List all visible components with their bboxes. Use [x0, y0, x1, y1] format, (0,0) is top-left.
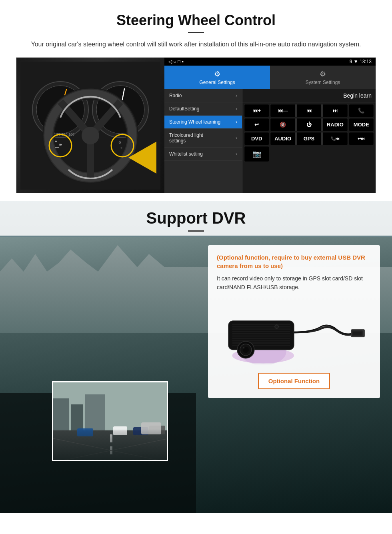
settings-icon: ⚙	[214, 70, 220, 78]
chevron-icon: ›	[236, 151, 237, 157]
svg-rect-27	[53, 430, 168, 461]
ctrl-camera[interactable]: 📷	[244, 146, 269, 162]
svg-rect-29	[110, 446, 112, 454]
svg-rect-44	[232, 333, 290, 334]
svg-rect-31	[113, 426, 127, 435]
svg-rect-40	[232, 324, 290, 325]
svg-rect-28	[110, 434, 112, 442]
svg-text:—: —	[55, 145, 59, 149]
tab-general[interactable]: ⚙ General Settings	[164, 66, 270, 89]
svg-rect-41	[232, 326, 290, 327]
svg-text:⏮: ⏮	[59, 143, 62, 146]
svg-rect-47	[232, 340, 290, 341]
menu-tricolour-label: Tricoloured lightsettings	[169, 132, 203, 144]
steering-demo-container: 0 40 80 120 160	[16, 57, 376, 193]
ctrl-gps[interactable]: GPS	[296, 132, 322, 145]
chevron-icon: ›	[236, 106, 237, 112]
ctrl-back[interactable]: ↩	[244, 118, 269, 131]
steering-wheel-section: Steering Wheel Control Your original car…	[0, 0, 392, 201]
svg-point-14	[82, 127, 99, 144]
svg-rect-43	[232, 331, 290, 332]
svg-rect-24	[53, 398, 69, 430]
svg-rect-56	[353, 332, 362, 335]
menu-steering-label: Steering Wheel learning	[169, 119, 220, 125]
ctrl-radio[interactable]: RADIO	[322, 118, 348, 131]
dvr-description: It can record video only to storage in G…	[217, 274, 371, 292]
dvr-divider	[188, 230, 204, 232]
begin-learn-row: Begin learn	[242, 89, 376, 102]
dvr-title: Support DVR	[0, 209, 392, 227]
ctrl-phone[interactable]: 📞	[349, 104, 374, 117]
svg-rect-46	[232, 338, 290, 339]
android-statusbar: ◁ ○ □ ▪ 9 ▼ 13:13	[164, 58, 376, 66]
ctrl-next[interactable]: ⏭	[322, 104, 348, 117]
dvr-info-card: (Optional function, require to buy exter…	[208, 245, 380, 398]
controls-grid: ⏮+ ⏮— ⏮ ⏭ 📞 ↩ 🔇 ⏻ RADIO MODE DVD AUDIO G…	[242, 102, 376, 164]
menu-item-radio[interactable]: Radio ›	[164, 89, 242, 102]
ctrl-audio[interactable]: AUDIO	[270, 132, 295, 145]
begin-learn-button[interactable]: Begin learn	[343, 92, 372, 99]
tab-system-label: System Settings	[306, 80, 340, 85]
title-divider	[188, 32, 204, 33]
ctrl-mute[interactable]: 🔇	[270, 118, 295, 131]
steering-wheel-photo: 0 40 80 120 160	[16, 58, 164, 193]
dvr-section: Support DVR	[0, 201, 392, 513]
chevron-icon: ›	[236, 93, 237, 98]
system-icon: ⚙	[320, 70, 326, 78]
ctrl-prev[interactable]: ⏮	[296, 104, 322, 117]
svg-text:○: ○	[120, 146, 122, 150]
status-time: 9 ▼ 13:13	[350, 59, 372, 64]
ctrl-vol-up[interactable]: ⏮+	[244, 104, 269, 117]
menu-item-default[interactable]: DefaultSetting ›	[164, 102, 242, 116]
ctrl-power[interactable]: ⏻	[296, 118, 322, 131]
optional-function-button[interactable]: Optional Function	[258, 373, 330, 389]
android-ui-panel: ◁ ○ □ ▪ 9 ▼ 13:13 ⚙ General Settings ⚙ S…	[164, 58, 376, 193]
chevron-icon: ›	[236, 135, 237, 141]
dvr-optional-highlight: (Optional function, require to buy exter…	[217, 253, 371, 270]
steering-subtitle: Your original car's steering wheel contr…	[16, 40, 376, 49]
android-content: Radio › DefaultSetting › Steering Wheel …	[164, 89, 376, 193]
ctrl-mode[interactable]: MODE	[349, 118, 374, 131]
menu-item-whitelist[interactable]: Whitelist setting ›	[164, 148, 242, 161]
svg-rect-26	[85, 394, 105, 430]
chevron-icon: ›	[236, 119, 237, 125]
ctrl-back-next[interactable]: ↩⏭	[349, 132, 374, 145]
menu-item-tricolour[interactable]: Tricoloured lightsettings ›	[164, 129, 242, 148]
dvr-camera-image	[217, 298, 371, 366]
ctrl-dvd[interactable]: DVD	[244, 132, 269, 145]
android-menu: Radio › DefaultSetting › Steering Wheel …	[164, 89, 242, 193]
menu-item-steering[interactable]: Steering Wheel learning ›	[164, 116, 242, 129]
dvr-preview-photo	[52, 381, 168, 461]
menu-default-label: DefaultSetting	[169, 106, 199, 112]
steering-title: Steering Wheel Control	[16, 12, 376, 29]
tab-general-label: General Settings	[199, 80, 235, 85]
menu-radio-label: Radio	[169, 93, 182, 98]
tab-system[interactable]: ⚙ System Settings	[270, 66, 376, 89]
steering-wheel-svg: 0 40 80 120 160	[20, 62, 160, 190]
ctrl-phone-prev[interactable]: 📞⏮	[322, 132, 348, 145]
svg-line-35	[53, 438, 168, 461]
svg-rect-25	[71, 404, 83, 430]
dvr-background-photo: Support DVR	[0, 201, 392, 513]
menu-whitelist-label: Whitelist setting	[169, 151, 203, 157]
svg-point-53	[243, 347, 245, 348]
svg-rect-34	[141, 422, 161, 434]
android-tabs: ⚙ General Settings ⚙ System Settings	[164, 66, 376, 89]
svg-line-36	[53, 438, 168, 461]
ctrl-vol-down[interactable]: ⏮—	[270, 104, 295, 117]
svg-point-58	[276, 325, 278, 328]
preview-svg	[53, 382, 168, 461]
svg-rect-42	[232, 328, 290, 330]
dvr-camera-svg	[217, 300, 371, 364]
svg-rect-45	[232, 336, 290, 337]
android-right-panel: Begin learn ⏮+ ⏮— ⏮ ⏭ 📞 ↩ 🔇 ⏻ RADIO MODE…	[242, 89, 376, 193]
svg-text:+: +	[55, 139, 57, 144]
dvr-title-area: Support DVR	[0, 201, 392, 236]
svg-text:⚙: ⚙	[118, 141, 121, 144]
nav-icons: ◁ ○ □ ▪	[168, 59, 184, 64]
svg-rect-30	[77, 428, 93, 436]
